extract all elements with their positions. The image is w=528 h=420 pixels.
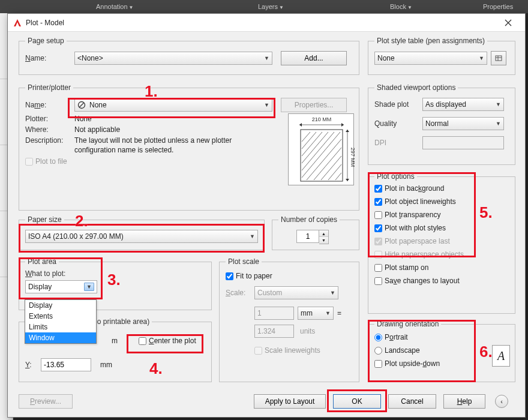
plot-area-group: Plot area What to plot: Display▼ Display… — [19, 257, 212, 310]
plot-with-styles-checkbox[interactable]: Plot with plot styles — [374, 224, 509, 232]
paper-size-legend: Paper size — [25, 215, 64, 224]
shaded-viewport-group: Shaded viewport options Shade plot As di… — [368, 83, 515, 165]
page-setup-name-label: Name: — [25, 54, 74, 62]
app-menu-bar: Annotation▼ Layers▼ Block▼ Properties — [0, 0, 528, 13]
svg-line-1 — [79, 103, 84, 107]
description-value: The layout will not be plotted unless a … — [74, 136, 266, 155]
preview-button: Preview... — [19, 394, 73, 409]
description-label: Description: — [25, 136, 74, 145]
svg-rect-3 — [301, 130, 343, 181]
page-setup-add-button[interactable]: Add... — [281, 51, 347, 65]
save-changes-checkbox[interactable]: Save changes to layout — [374, 277, 509, 285]
spin-up-icon[interactable]: ▲ — [319, 230, 328, 237]
printer-properties-button: Properties... — [281, 98, 347, 112]
svg-rect-16 — [496, 56, 502, 61]
dropdown-option[interactable]: Limits — [25, 322, 96, 332]
paper-size-select[interactable]: ISO A4 (210.00 x 297.00 MM)▼ — [25, 230, 258, 243]
plotter-label: Plotter: — [25, 115, 74, 123]
printer-plotter-group: Printer/plotter Name: None ▼ Properties.… — [19, 83, 359, 211]
preview-height-label: 297 MM — [350, 148, 355, 167]
plotter-value: None — [74, 115, 92, 123]
copies-group: Number of copies ▲▼ — [272, 215, 359, 250]
autocad-icon — [13, 18, 22, 28]
dpi-input — [422, 136, 504, 149]
menu-annotation[interactable]: Annotation▼ — [96, 3, 134, 10]
collapse-button[interactable]: ‹ — [495, 395, 508, 408]
printer-legend: Printer/plotter — [25, 83, 73, 92]
dropdown-option[interactable]: Extents — [25, 311, 96, 322]
menu-block[interactable]: Block▼ — [390, 3, 412, 10]
scale-select: Custom▼ — [254, 286, 338, 299]
spin-down-icon[interactable]: ▼ — [319, 237, 328, 244]
plot-stamp-checkbox[interactable]: Plot stamp on — [374, 263, 509, 272]
printer-name-select[interactable]: None ▼ — [74, 98, 272, 112]
offset-y-input[interactable] — [41, 358, 91, 371]
pen-table-icon — [494, 54, 503, 62]
offset-x-unit: m — [103, 337, 127, 345]
plot-style-table-legend: Plot style table (pen assignments) — [374, 37, 487, 45]
plot-scale-legend: Plot scale — [226, 257, 262, 266]
plot-options-legend: Plot options — [374, 172, 417, 181]
plot-style-edit-button[interactable] — [491, 51, 506, 65]
title-bar: Plot - Model — [8, 14, 525, 32]
plot-area-legend: Plot area — [25, 257, 59, 266]
plot-paperspace-checkbox: Plot paperspace last — [374, 237, 509, 245]
copies-spinner[interactable]: ▲▼ — [296, 230, 329, 244]
page-setup-name-select[interactable]: <None>▼ — [74, 52, 272, 65]
close-button[interactable] — [496, 14, 520, 32]
portrait-radio[interactable]: Portrait — [374, 333, 509, 341]
scale-label: Scale: — [226, 289, 254, 297]
where-value: Not applicable — [74, 125, 120, 134]
menu-layers[interactable]: Layers▼ — [258, 3, 284, 10]
fit-to-paper-checkbox[interactable]: Fit to paper — [226, 272, 353, 280]
apply-to-layout-button[interactable]: Apply to Layout — [254, 394, 326, 409]
what-to-plot-dropdown[interactable]: Display Extents Limits Window — [25, 299, 97, 344]
what-to-plot-select[interactable]: Display▼ — [25, 280, 97, 293]
dropdown-option[interactable]: Display — [25, 300, 96, 311]
hide-paperspace-checkbox: Hide paperspace objects — [374, 250, 509, 259]
scale-equals-label: = — [337, 309, 341, 317]
cancel-button[interactable]: Cancel — [388, 394, 436, 409]
dropdown-option-selected[interactable]: Window — [25, 332, 96, 343]
plot-style-table-select[interactable]: None▼ — [374, 52, 487, 65]
paper-size-group: Paper size ISO A4 (210.00 x 297.00 MM)▼ — [19, 215, 265, 250]
printer-name-label: Name: — [25, 101, 74, 109]
scale-denominator-input — [254, 325, 294, 338]
what-to-plot-label: What to plot: — [25, 269, 205, 278]
upside-down-checkbox[interactable]: Plot upside-down — [374, 359, 509, 368]
copies-legend: Number of copies — [278, 215, 340, 224]
ok-button[interactable]: OK — [333, 394, 381, 409]
scale-lineweights-checkbox: Scale lineweights — [226, 346, 353, 355]
page-setup-group: Page setup Name: <None>▼ Add... — [19, 37, 359, 75]
orientation-legend: Drawing orientation — [374, 320, 441, 328]
page-setup-legend: Page setup — [25, 37, 67, 45]
chevron-left-icon: ‹ — [500, 398, 503, 405]
landscape-radio[interactable]: Landscape — [374, 346, 509, 355]
scale-numerator-input — [254, 307, 294, 320]
plot-dialog: Plot - Model Page setup Name: <None>▼ Ad… — [7, 13, 526, 418]
quality-label: Quality — [374, 119, 422, 128]
scale-units-label: units — [300, 327, 315, 335]
shade-plot-select[interactable]: As displayed▼ — [422, 98, 504, 111]
dialog-title: Plot - Model — [26, 19, 64, 27]
menu-properties[interactable]: Properties — [483, 3, 513, 10]
plot-options-group: Plot options Plot in background Plot obj… — [368, 172, 515, 314]
plot-background-checkbox[interactable]: Plot in background — [374, 184, 509, 193]
orientation-icon: A — [492, 345, 510, 367]
dpi-label: DPI — [374, 139, 422, 147]
printer-none-icon — [77, 101, 86, 109]
offset-y-unit: mm — [91, 361, 121, 369]
shade-plot-label: Shade plot — [374, 100, 422, 109]
scale-unit-select[interactable]: mm▼ — [298, 307, 334, 320]
plot-style-table-group: Plot style table (pen assignments) None▼ — [368, 37, 515, 75]
help-button[interactable]: Help — [443, 394, 485, 409]
where-label: Where: — [25, 125, 74, 134]
shaded-legend: Shaded viewport options — [374, 83, 458, 92]
quality-select[interactable]: Normal▼ — [422, 117, 504, 130]
center-plot-checkbox[interactable]: Center the plot — [139, 337, 196, 345]
plot-transparency-checkbox[interactable]: Plot transparency — [374, 211, 509, 219]
plot-lineweights-checkbox[interactable]: Plot object lineweights — [374, 197, 509, 206]
offset-y-label: Y: — [25, 361, 41, 369]
paper-preview: 210 MM 297 MM — [288, 113, 354, 185]
plot-scale-group: Plot scale Fit to paper Scale: Custom▼ m… — [219, 257, 359, 382]
